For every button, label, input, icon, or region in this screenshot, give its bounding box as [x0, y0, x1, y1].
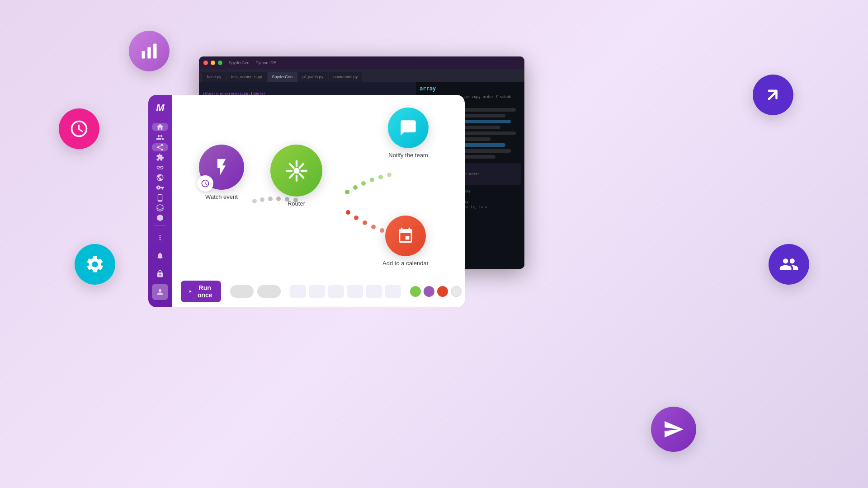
sidebar-item-box[interactable] [152, 214, 168, 222]
step-box-2[interactable] [309, 285, 325, 298]
svg-point-9 [345, 190, 349, 194]
sidebar: M [148, 95, 172, 307]
svg-point-21 [293, 168, 299, 174]
calendar-node[interactable]: Add to a calendar [382, 216, 429, 267]
canvas-toolbar: Run once [172, 275, 465, 307]
ide-tab-spidergen[interactable]: SpyderGen [268, 72, 297, 82]
sidebar-item-database[interactable] [152, 204, 168, 212]
svg-point-4 [260, 197, 264, 202]
svg-point-3 [252, 199, 257, 203]
sidebar-item-phone[interactable] [152, 193, 168, 202]
step-box-1[interactable] [290, 285, 306, 298]
color-red[interactable] [437, 286, 448, 297]
toggle-2[interactable] [257, 285, 281, 298]
gear-floating-icon [75, 244, 115, 285]
sidebar-item-globe[interactable] [152, 174, 168, 182]
step-box-5[interactable] [366, 285, 382, 298]
toolbar-steps [290, 285, 401, 298]
svg-rect-0 [142, 51, 145, 59]
ide-panel-title: array [420, 85, 521, 92]
users-floating-icon [769, 244, 809, 285]
svg-point-16 [354, 216, 359, 220]
ide-maximize-dot [218, 61, 222, 65]
toolbar-toggles [230, 285, 281, 298]
clock-floating-icon [59, 108, 99, 149]
svg-point-10 [353, 185, 358, 190]
svg-point-13 [378, 175, 383, 179]
svg-point-11 [361, 181, 366, 186]
ide-tab-bar: base.py test_numerics.py SpyderGen pl_pa… [199, 69, 524, 82]
svg-point-15 [346, 210, 350, 215]
svg-rect-2 [153, 44, 156, 59]
app-logo: M [156, 102, 164, 114]
watch-event-label: Watch event [205, 193, 238, 200]
clock-badge [197, 175, 213, 192]
sidebar-item-share[interactable] [152, 143, 168, 151]
router-node[interactable]: Router [270, 145, 322, 207]
sidebar-item-puzzle[interactable] [152, 153, 168, 161]
ide-title-text: SpyderGen — Python IDE [229, 61, 276, 65]
ide-close-dot [203, 61, 208, 65]
ide-tab-patch[interactable]: pl_patch.py [298, 72, 328, 82]
color-light[interactable] [451, 286, 462, 297]
router-label: Router [288, 200, 305, 207]
sidebar-item-link[interactable] [152, 163, 168, 171]
ide-tab-namesbos[interactable]: namenbos.py [329, 72, 362, 82]
sidebar-item-users[interactable] [152, 133, 168, 141]
run-once-button[interactable]: Run once [181, 281, 221, 302]
step-box-3[interactable] [328, 285, 344, 298]
sidebar-item-bell[interactable] [152, 248, 168, 264]
toolbar-colors [410, 286, 462, 297]
svg-rect-1 [147, 47, 151, 59]
sidebar-bottom [152, 230, 168, 300]
ide-minimize-dot [211, 61, 215, 65]
sidebar-item-key[interactable] [152, 183, 168, 192]
sidebar-item-avatar[interactable] [152, 284, 168, 300]
sidebar-item-home[interactable] [152, 123, 168, 131]
workflow-canvas: Watch event Router Notify the team Add t… [172, 95, 465, 307]
ide-tab-base[interactable]: base.py [203, 72, 226, 82]
notify-team-label: Notify the team [388, 152, 428, 159]
send-floating-icon [651, 407, 696, 452]
chart-floating-icon [129, 31, 170, 71]
svg-point-18 [371, 225, 376, 229]
step-box-4[interactable] [347, 285, 363, 298]
svg-point-14 [387, 173, 392, 177]
ide-tab-numerics[interactable]: test_numerics.py [227, 72, 267, 82]
svg-point-12 [370, 178, 374, 182]
notify-team-node[interactable]: Notify the team [388, 108, 429, 159]
run-once-label: Run once [196, 284, 214, 299]
ide-titlebar: SpyderGen — Python IDE [199, 56, 524, 69]
sidebar-item-more[interactable] [152, 230, 168, 246]
step-box-6[interactable] [385, 285, 401, 298]
svg-point-17 [363, 221, 367, 225]
arrow-floating-icon [753, 75, 793, 115]
color-purple[interactable] [424, 286, 434, 297]
watch-event-node[interactable]: Watch event [199, 145, 244, 200]
calendar-label: Add to a calendar [382, 260, 429, 267]
sidebar-divider [154, 225, 166, 226]
toggle-1[interactable] [230, 285, 254, 298]
sidebar-item-security[interactable] [152, 266, 168, 282]
color-green[interactable] [410, 286, 421, 297]
